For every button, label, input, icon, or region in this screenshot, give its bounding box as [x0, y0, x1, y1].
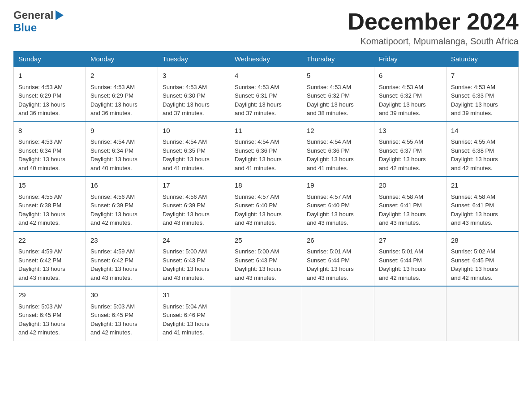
- table-row: 14 Sunrise: 4:55 AMSunset: 6:38 PMDaylig…: [446, 122, 519, 177]
- day-number: 17: [163, 180, 225, 191]
- day-number: 12: [307, 126, 369, 136]
- table-row: 27 Sunrise: 5:01 AMSunset: 6:44 PMDaylig…: [374, 231, 446, 287]
- table-row: 7 Sunrise: 4:53 AMSunset: 6:33 PMDayligh…: [446, 67, 519, 122]
- day-number: 24: [163, 235, 225, 246]
- day-info: Sunrise: 4:53 AMSunset: 6:31 PMDaylight:…: [235, 84, 282, 117]
- table-row: 2 Sunrise: 4:53 AMSunset: 6:29 PMDayligh…: [86, 67, 158, 122]
- day-info: Sunrise: 5:03 AMSunset: 6:45 PMDaylight:…: [18, 303, 65, 336]
- day-info: Sunrise: 5:02 AMSunset: 6:45 PMDaylight:…: [451, 248, 498, 281]
- table-row: 8 Sunrise: 4:53 AMSunset: 6:34 PMDayligh…: [14, 122, 86, 177]
- table-row: 18 Sunrise: 4:57 AMSunset: 6:40 PMDaylig…: [230, 176, 302, 231]
- day-info: Sunrise: 4:53 AMSunset: 6:29 PMDaylight:…: [90, 84, 137, 117]
- day-number: 1: [18, 71, 81, 81]
- day-number: 21: [451, 180, 514, 191]
- day-number: 6: [379, 71, 442, 81]
- table-row: 31 Sunrise: 5:04 AMSunset: 6:46 PMDaylig…: [158, 286, 230, 341]
- col-friday: Friday: [374, 51, 446, 67]
- table-row: 24 Sunrise: 5:00 AMSunset: 6:43 PMDaylig…: [158, 231, 230, 287]
- day-info: Sunrise: 4:59 AMSunset: 6:42 PMDaylight:…: [18, 248, 65, 281]
- logo-blue-text: Blue: [13, 21, 37, 34]
- table-row: 13 Sunrise: 4:55 AMSunset: 6:37 PMDaylig…: [374, 122, 446, 177]
- day-number: 14: [451, 126, 514, 136]
- day-info: Sunrise: 5:01 AMSunset: 6:44 PMDaylight:…: [379, 248, 426, 281]
- day-info: Sunrise: 4:54 AMSunset: 6:34 PMDaylight:…: [90, 138, 137, 171]
- col-tuesday: Tuesday: [158, 51, 230, 67]
- day-number: 4: [235, 71, 297, 81]
- day-info: Sunrise: 5:01 AMSunset: 6:44 PMDaylight:…: [307, 248, 354, 281]
- calendar-week-row: 29 Sunrise: 5:03 AMSunset: 6:45 PMDaylig…: [14, 286, 519, 341]
- day-number: 26: [307, 235, 369, 246]
- table-row: 21 Sunrise: 4:58 AMSunset: 6:41 PMDaylig…: [446, 176, 519, 231]
- table-row: 9 Sunrise: 4:54 AMSunset: 6:34 PMDayligh…: [86, 122, 158, 177]
- month-title: December 2024: [348, 9, 519, 34]
- calendar-week-row: 1 Sunrise: 4:53 AMSunset: 6:29 PMDayligh…: [14, 67, 519, 122]
- table-row: 4 Sunrise: 4:53 AMSunset: 6:31 PMDayligh…: [230, 67, 302, 122]
- day-info: Sunrise: 4:53 AMSunset: 6:34 PMDaylight:…: [18, 138, 65, 171]
- table-row: 30 Sunrise: 5:03 AMSunset: 6:45 PMDaylig…: [86, 286, 158, 341]
- day-info: Sunrise: 4:54 AMSunset: 6:35 PMDaylight:…: [163, 138, 210, 171]
- day-info: Sunrise: 4:56 AMSunset: 6:39 PMDaylight:…: [90, 193, 137, 227]
- day-number: 18: [235, 180, 297, 191]
- table-row: [230, 286, 302, 341]
- day-info: Sunrise: 4:53 AMSunset: 6:30 PMDaylight:…: [163, 84, 210, 117]
- day-number: 13: [379, 126, 442, 136]
- day-info: Sunrise: 4:53 AMSunset: 6:32 PMDaylight:…: [307, 84, 354, 117]
- table-row: 17 Sunrise: 4:56 AMSunset: 6:39 PMDaylig…: [158, 176, 230, 231]
- day-info: Sunrise: 4:57 AMSunset: 6:40 PMDaylight:…: [307, 193, 354, 227]
- table-row: [446, 286, 519, 341]
- day-info: Sunrise: 4:53 AMSunset: 6:33 PMDaylight:…: [451, 84, 498, 117]
- day-number: 30: [90, 290, 153, 300]
- day-number: 29: [18, 290, 81, 300]
- day-info: Sunrise: 4:57 AMSunset: 6:40 PMDaylight:…: [235, 193, 282, 227]
- table-row: 16 Sunrise: 4:56 AMSunset: 6:39 PMDaylig…: [86, 176, 158, 231]
- location-title: Komatipoort, Mpumalanga, South Africa: [348, 36, 519, 47]
- day-info: Sunrise: 5:03 AMSunset: 6:45 PMDaylight:…: [90, 303, 137, 336]
- day-number: 11: [235, 126, 297, 136]
- day-info: Sunrise: 4:55 AMSunset: 6:37 PMDaylight:…: [379, 138, 426, 171]
- table-row: [302, 286, 374, 341]
- day-number: 19: [307, 180, 369, 191]
- table-row: 10 Sunrise: 4:54 AMSunset: 6:35 PMDaylig…: [158, 122, 230, 177]
- table-row: 22 Sunrise: 4:59 AMSunset: 6:42 PMDaylig…: [14, 231, 86, 287]
- day-info: Sunrise: 5:00 AMSunset: 6:43 PMDaylight:…: [163, 248, 210, 281]
- col-wednesday: Wednesday: [230, 51, 302, 67]
- table-row: 3 Sunrise: 4:53 AMSunset: 6:30 PMDayligh…: [158, 67, 230, 122]
- table-row: [374, 286, 446, 341]
- day-number: 5: [307, 71, 369, 81]
- day-number: 9: [90, 126, 153, 136]
- day-number: 22: [18, 235, 81, 246]
- table-row: 19 Sunrise: 4:57 AMSunset: 6:40 PMDaylig…: [302, 176, 374, 231]
- table-row: 28 Sunrise: 5:02 AMSunset: 6:45 PMDaylig…: [446, 231, 519, 287]
- day-number: 27: [379, 235, 442, 246]
- table-row: 15 Sunrise: 4:55 AMSunset: 6:38 PMDaylig…: [14, 176, 86, 231]
- day-number: 15: [18, 180, 81, 191]
- day-number: 23: [90, 235, 153, 246]
- table-row: 20 Sunrise: 4:58 AMSunset: 6:41 PMDaylig…: [374, 176, 446, 231]
- day-info: Sunrise: 4:58 AMSunset: 6:41 PMDaylight:…: [379, 193, 426, 227]
- day-info: Sunrise: 4:58 AMSunset: 6:41 PMDaylight:…: [451, 193, 498, 227]
- day-number: 28: [451, 235, 514, 246]
- col-monday: Monday: [86, 51, 158, 67]
- table-row: 5 Sunrise: 4:53 AMSunset: 6:32 PMDayligh…: [302, 67, 374, 122]
- title-block: December 2024 Komatipoort, Mpumalanga, S…: [348, 9, 519, 47]
- day-number: 2: [90, 71, 153, 81]
- col-thursday: Thursday: [302, 51, 374, 67]
- day-info: Sunrise: 4:55 AMSunset: 6:38 PMDaylight:…: [18, 193, 65, 227]
- day-number: 20: [379, 180, 442, 191]
- calendar-week-row: 8 Sunrise: 4:53 AMSunset: 6:34 PMDayligh…: [14, 122, 519, 177]
- svg-marker-0: [56, 10, 64, 20]
- day-info: Sunrise: 4:54 AMSunset: 6:36 PMDaylight:…: [235, 138, 282, 171]
- day-number: 7: [451, 71, 514, 81]
- day-number: 16: [90, 180, 153, 191]
- calendar-week-row: 22 Sunrise: 4:59 AMSunset: 6:42 PMDaylig…: [14, 231, 519, 287]
- day-info: Sunrise: 4:55 AMSunset: 6:38 PMDaylight:…: [451, 138, 498, 171]
- calendar-header-row: Sunday Monday Tuesday Wednesday Thursday…: [14, 51, 519, 67]
- day-info: Sunrise: 5:00 AMSunset: 6:43 PMDaylight:…: [235, 248, 282, 281]
- page-header: General Blue December 2024 Komatipoort, …: [13, 9, 519, 47]
- table-row: 26 Sunrise: 5:01 AMSunset: 6:44 PMDaylig…: [302, 231, 374, 287]
- day-number: 10: [163, 126, 225, 136]
- day-number: 25: [235, 235, 297, 246]
- table-row: 12 Sunrise: 4:54 AMSunset: 6:36 PMDaylig…: [302, 122, 374, 177]
- day-number: 31: [163, 290, 225, 300]
- table-row: 11 Sunrise: 4:54 AMSunset: 6:36 PMDaylig…: [230, 122, 302, 177]
